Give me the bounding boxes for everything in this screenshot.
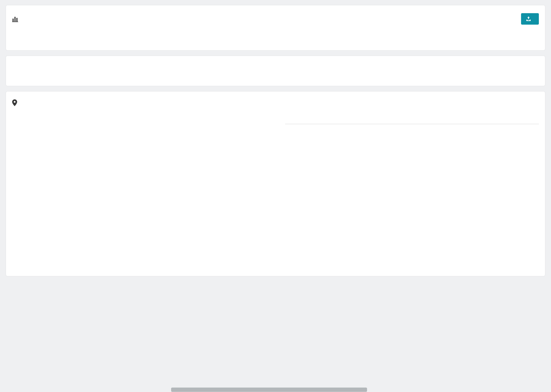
export-icon (526, 16, 531, 21)
rates-card (6, 56, 545, 86)
tracking-stats-page (0, 0, 551, 392)
horizontal-scrollbar-thumb[interactable] (171, 388, 367, 392)
geo-table-header (285, 115, 539, 124)
bar-chart-icon (12, 16, 19, 22)
geo-content (12, 115, 539, 222)
campaign-geo-opens-card (6, 91, 545, 276)
geo-opens-table (285, 115, 539, 222)
pie-legend (161, 115, 285, 222)
map-pin-icon (12, 99, 17, 106)
export-basic-stats-button[interactable] (521, 13, 539, 25)
tracking-stats-card (6, 5, 545, 50)
pie-chart-area (12, 115, 161, 222)
geo-opens-pie-chart (34, 118, 138, 222)
